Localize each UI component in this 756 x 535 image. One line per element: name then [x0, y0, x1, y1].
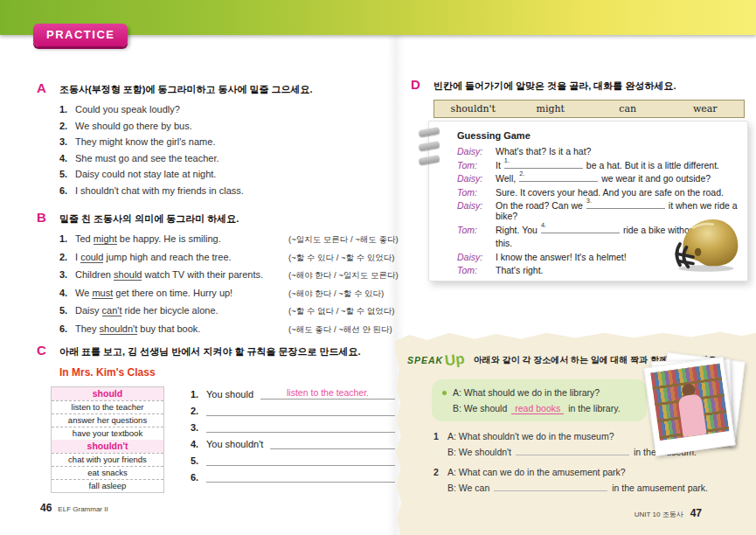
example-question: A: What should we do in the library?	[453, 387, 600, 398]
item-sentence: Ted might be happy. He is smiling.	[75, 233, 288, 244]
table-cell: have your textbook	[52, 427, 163, 440]
underlined-modal: might	[94, 233, 117, 245]
answer-row: 5.	[191, 453, 395, 466]
section-b-letter: B	[37, 210, 59, 225]
sentence-answers: 1. You should listen to the teacher. 2. …	[191, 386, 395, 493]
answer-row: 1. You should listen to the teacher.	[191, 386, 395, 400]
exercise-b-item: 1. Ted might be happy. He is smiling. (~…	[59, 233, 399, 246]
item-sentence: Children should watch TV with their pare…	[75, 269, 288, 280]
bullet-icon	[442, 391, 447, 395]
item-text: We should go there by bus.	[75, 121, 192, 131]
dialog-line: Daisy: What's that? Is it a hat?	[457, 146, 740, 156]
exercise-b-item: 2. I could jump high and reach the tree.…	[59, 252, 399, 264]
table-cell: fall asleep	[52, 479, 163, 492]
item-number: 4.	[59, 153, 75, 163]
exercise-a-item: 5.Daisy could not stay late at night.	[59, 169, 386, 179]
section-b: B 밑줄 친 조동사의 의미에 동그라미 하세요. 1. Ted might b…	[37, 210, 399, 341]
dialog-line: Tom: Sure. It covers your head. And you …	[457, 187, 740, 198]
item-sentence: They shouldn't buy that book.	[75, 323, 288, 334]
item-number: 1.	[59, 233, 75, 244]
answer-row: 6.	[191, 469, 395, 483]
rules-table: should listen to the teacher answer her …	[51, 386, 164, 493]
item-number: 2.	[59, 252, 75, 262]
item-number: 3.	[59, 269, 75, 280]
item-sentence: I could jump high and reach the tree.	[75, 252, 288, 262]
underlined-modal: can't	[102, 305, 122, 316]
item-text: I shouldn't chat with my friends in clas…	[75, 185, 244, 196]
bookshelf-girl-photo	[650, 364, 729, 441]
practice-badge: PRACTICE	[33, 24, 128, 46]
answer-row: 4. You shouldn't	[191, 436, 395, 449]
item-text: Could you speak loudly?	[75, 104, 180, 115]
dialog-line: Tom: It1.be a hat. But it is a little di…	[457, 160, 740, 170]
table-header-shouldnt: shouldn't	[52, 440, 163, 453]
table-cell: listen to the teacher	[52, 400, 163, 413]
exercise-a-item: 6.I shouldn't chat with my friends in cl…	[59, 185, 386, 196]
section-d-letter: D	[411, 77, 433, 92]
section-d: D 빈칸에 들어가기에 알맞은 것을 골라, 대화를 완성하세요. should…	[411, 77, 752, 118]
right-page-footer: UNIT 10 조동사 47	[635, 507, 702, 519]
item-text: Daisy could not stay late at night.	[75, 169, 216, 179]
fill-in-blank: 4.	[541, 225, 620, 233]
left-page-footer: 46 ELF Grammar II	[40, 502, 108, 514]
example-answer-line: B: We shouldread booksin the library.	[453, 403, 636, 413]
book-title: ELF Grammar II	[58, 505, 108, 513]
binder-clip-icon	[418, 127, 440, 137]
answer-blank	[494, 483, 607, 491]
dialog-card: Guessing Game Daisy: What's that? Is it …	[428, 121, 748, 281]
fill-in-blank: 2.	[519, 173, 598, 182]
item-number: 2.	[59, 121, 75, 131]
meaning-options: (~해야 한다 / ~할 수 있다)	[288, 288, 384, 300]
binder-clip-icon	[418, 141, 440, 151]
item-number: 5.	[59, 169, 75, 179]
workbook-spread: PRACTICE A 조동사(부정형 포함)에 동그라미하고 동사에 밑줄 그으…	[0, 0, 756, 535]
meaning-options: (~할 수 없다 / ~할 수 없었다)	[288, 306, 394, 317]
polaroid-photos	[646, 353, 751, 458]
item-text: She must go and see the teacher.	[75, 153, 219, 163]
exercise-b-item: 5. Daisy can't ride her bicycle alone. (…	[59, 305, 399, 317]
item-sentence: We must get there on time. Hurry up!	[75, 288, 288, 298]
page-number: 46	[40, 502, 52, 514]
section-b-instruction: 밑줄 친 조동사의 의미에 동그라미 하세요.	[59, 212, 239, 226]
table-cell: answer her questions	[52, 413, 163, 427]
section-c-instruction: 아래 표를 보고, 김 선생님 반에서 지켜야 할 규칙을 문장으로 만드세요.	[59, 345, 361, 358]
word-bank-item: can	[589, 103, 667, 115]
speak-up-panel: SPEAK Up 아래와 같이 각 장소에서 하는 일에 대해 짝과 함께 말해…	[395, 329, 756, 535]
speak-up-logo-up: Up	[444, 351, 466, 370]
section-a-letter: A	[37, 80, 59, 95]
item-sentence: Daisy can't ride her bicycle alone.	[75, 305, 288, 316]
item-number: 6.	[59, 323, 75, 334]
exercise-b-item: 4. We must get there on time. Hurry up! …	[59, 288, 399, 300]
underlined-modal: should	[114, 269, 142, 281]
word-bank-item: might	[512, 103, 590, 115]
exercise-a-item: 3.They might know the girl's name.	[59, 136, 386, 147]
table-cell: eat snacks	[52, 466, 163, 479]
speak-up-logo: SPEAK	[407, 355, 443, 365]
section-c-letter: C	[37, 343, 59, 358]
word-bank-item: shouldn't	[434, 103, 512, 115]
item-number: 1.	[59, 104, 75, 115]
dialog-line: Daisy: Well,2.we wear it and go outside?	[457, 173, 740, 184]
exercise-a-item: 1.Could you speak loudly?	[59, 104, 386, 115]
answer-blank	[206, 454, 395, 466]
answer-blank	[206, 420, 395, 433]
unit-label: UNIT 10 조동사	[635, 510, 683, 519]
football-helmet-image	[669, 216, 742, 277]
exercise-b-item: 6. They shouldn't buy that book. (~해도 좋다…	[59, 323, 399, 336]
dialog-title: Guessing Game	[457, 130, 740, 141]
fill-in-blank: 3.	[586, 200, 665, 209]
meaning-options: (~해도 좋다 / ~해선 안 된다)	[288, 324, 392, 336]
underlined-modal: shouldn't	[100, 323, 138, 335]
item-number: 4.	[59, 288, 75, 298]
answer-blank	[206, 470, 395, 483]
section-a-instruction: 조동사(부정형 포함)에 동그라미하고 동사에 밑줄 그으세요.	[59, 83, 313, 96]
section-c: C 아래 표를 보고, 김 선생님 반에서 지켜야 할 규칙을 문장으로 만드세…	[37, 343, 395, 493]
exercise-a-item: 2.We should go there by bus.	[59, 121, 386, 131]
class-rules-title: In Mrs. Kim's Class	[59, 366, 395, 379]
answer-blank	[516, 447, 629, 455]
underlined-modal: must	[92, 288, 113, 299]
example-box: A: What should we do in the library? B: …	[432, 379, 647, 421]
meaning-options: (~해야 한다 / ~일지도 모른다)	[288, 270, 399, 281]
example-answer: read books	[511, 403, 564, 414]
item-number: 6.	[59, 185, 75, 196]
